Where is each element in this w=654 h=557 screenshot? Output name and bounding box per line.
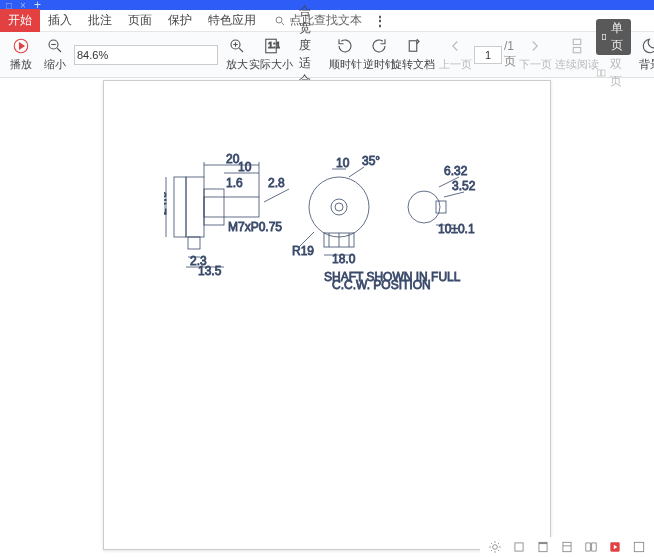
page-control: /1页 (474, 39, 516, 70)
zoom-out-icon (46, 37, 64, 55)
tab-protect[interactable]: 保护 (160, 9, 200, 32)
svg-text:M7xP0.75: M7xP0.75 (228, 220, 282, 234)
technical-drawing: 20 10 1.6 24.6 2.3 13.5 M7xP0.75 2.8 10 (164, 147, 484, 297)
svg-point-46 (331, 199, 347, 215)
zoom-in-icon (228, 37, 246, 55)
fullscreen-icon[interactable] (632, 540, 646, 554)
svg-rect-26 (204, 197, 259, 217)
page-mode-group: 单页 双页 (596, 19, 631, 90)
svg-text:10: 10 (336, 156, 350, 170)
continuous-read-button[interactable]: 连续阅读 (562, 35, 592, 74)
book-view-icon[interactable] (584, 540, 598, 554)
view-mode-b-icon[interactable] (536, 540, 550, 554)
svg-rect-27 (204, 189, 224, 225)
pdf-page: 20 10 1.6 24.6 2.3 13.5 M7xP0.75 2.8 10 (103, 80, 551, 550)
continuous-icon (568, 37, 586, 55)
svg-rect-24 (174, 177, 186, 237)
svg-line-1 (282, 22, 285, 25)
view-mode-c-icon[interactable] (560, 540, 574, 554)
svg-line-76 (498, 550, 499, 551)
svg-point-45 (309, 177, 369, 237)
svg-text:35°: 35° (362, 154, 380, 168)
rotate-doc-icon (404, 37, 422, 55)
document-viewport[interactable]: 20 10 1.6 24.6 2.3 13.5 M7xP0.75 2.8 10 (0, 78, 654, 557)
svg-marker-3 (20, 43, 25, 49)
fit-width-icon (290, 14, 295, 26)
fit-width-button[interactable]: 适合宽度 (290, 0, 318, 54)
svg-rect-20 (597, 70, 600, 76)
search-more[interactable]: ⋮ (366, 11, 394, 31)
tab-special[interactable]: 特色应用 (200, 9, 264, 32)
page-total: /1页 (504, 39, 516, 70)
tab-insert[interactable]: 插入 (40, 9, 80, 32)
svg-line-77 (491, 550, 492, 551)
next-page-button[interactable]: 下一页 (520, 35, 550, 74)
double-page-icon (596, 67, 606, 79)
svg-point-47 (335, 203, 343, 211)
svg-rect-17 (573, 39, 581, 44)
svg-rect-16 (409, 41, 417, 52)
view-mode-a-icon[interactable] (512, 540, 526, 554)
svg-rect-82 (563, 542, 571, 551)
svg-line-78 (498, 543, 499, 544)
svg-rect-79 (515, 543, 523, 551)
svg-text:1.6: 1.6 (226, 176, 243, 190)
svg-line-10 (239, 48, 243, 52)
svg-point-60 (408, 191, 440, 223)
single-page-icon (600, 31, 608, 43)
zoom-in-button[interactable]: 放大 (222, 35, 252, 74)
svg-line-43 (264, 189, 289, 202)
svg-rect-21 (602, 70, 605, 76)
svg-rect-28 (188, 237, 200, 249)
svg-text:2.8: 2.8 (268, 176, 285, 190)
tab-start[interactable]: 开始 (0, 9, 40, 32)
zoom-out-button[interactable]: 缩小 (40, 35, 70, 74)
svg-text:6.32: 6.32 (444, 164, 468, 178)
svg-text:18.0: 18.0 (332, 252, 356, 266)
double-page-button[interactable]: 双页 (596, 56, 631, 90)
svg-point-0 (276, 17, 282, 23)
rotate-doc-button[interactable]: 旋转文档 (398, 35, 428, 74)
svg-rect-81 (539, 542, 547, 544)
tab-page[interactable]: 页面 (120, 9, 160, 32)
rotate-cw-button[interactable]: 顺时针 (330, 35, 360, 74)
single-page-button[interactable]: 单页 (596, 19, 631, 55)
brightness-icon[interactable] (488, 540, 502, 554)
actual-size-button[interactable]: 1:1 实际大小 (256, 35, 286, 74)
svg-rect-25 (186, 177, 204, 237)
search-icon (274, 15, 286, 27)
svg-text:C.C.W. POSITION: C.C.W. POSITION (332, 278, 431, 292)
tab-annotate[interactable]: 批注 (80, 9, 120, 32)
svg-text:R19: R19 (292, 244, 314, 258)
svg-text:10: 10 (238, 160, 252, 174)
svg-text:24.6: 24.6 (164, 191, 169, 215)
svg-rect-86 (634, 542, 643, 551)
status-bar (480, 537, 654, 557)
moon-icon (641, 37, 654, 55)
page-number-input[interactable] (474, 46, 502, 64)
svg-line-75 (491, 543, 492, 544)
toolbar: 播放 缩小 放大 1:1 实际大小 适合宽度 适合页面 顺时针 逆时针 旋转文档 (0, 32, 654, 78)
svg-text:13.5: 13.5 (198, 264, 222, 278)
play-status-icon[interactable] (608, 540, 622, 554)
svg-line-6 (57, 48, 61, 52)
prev-page-button[interactable]: 上一页 (440, 35, 470, 74)
rotate-ccw-button[interactable]: 逆时针 (364, 35, 394, 74)
actual-size-icon: 1:1 (262, 37, 280, 55)
svg-text:3.52: 3.52 (452, 179, 476, 193)
svg-rect-61 (436, 201, 446, 213)
svg-line-54 (349, 167, 364, 177)
svg-rect-18 (573, 48, 581, 53)
prev-page-icon (446, 37, 464, 55)
svg-rect-19 (602, 34, 605, 39)
next-page-icon (526, 37, 544, 55)
ribbon-tabs: 开始 插入 批注 页面 保护 特色应用 点此查找文本 ⋮ (0, 10, 654, 32)
svg-text:1:1: 1:1 (268, 40, 280, 50)
svg-text:10±0.1: 10±0.1 (438, 222, 475, 236)
play-icon (12, 37, 30, 55)
play-button[interactable]: 播放 (6, 35, 36, 74)
rotate-ccw-icon (370, 37, 388, 55)
zoom-select[interactable] (74, 45, 218, 65)
rotate-cw-icon (336, 37, 354, 55)
background-button[interactable]: 背景 (635, 35, 654, 74)
